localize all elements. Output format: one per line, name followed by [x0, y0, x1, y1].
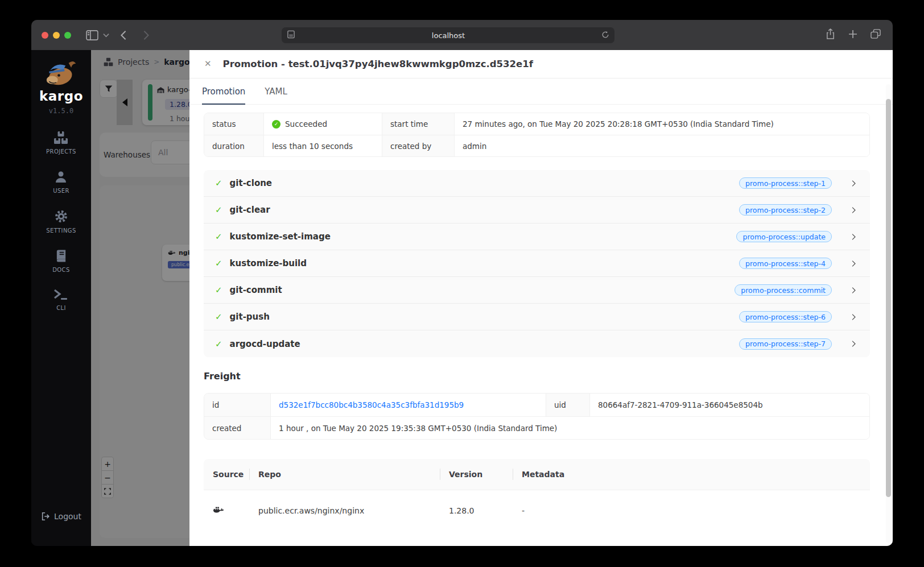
- project-page: Projects > kargo-de kargo-dem 1.28.0 1 h…: [91, 50, 893, 546]
- freight-id-label: id: [204, 394, 270, 416]
- forward-icon[interactable]: [143, 20, 150, 50]
- sidebar-item-projects[interactable]: PROJECTS: [46, 131, 76, 155]
- freight-id-value: d532e1f7bcc80bc4b3580c4a35c3fbfa31d195b9: [270, 394, 546, 416]
- reload-icon[interactable]: [601, 30, 609, 41]
- modal-body: status ✓ Succeeded start time 27 minutes…: [189, 105, 893, 546]
- source-repo: public.ecr.aws/nginx/nginx: [249, 506, 440, 515]
- back-icon[interactable]: [120, 20, 127, 50]
- tab-yaml[interactable]: YAML: [265, 78, 287, 104]
- step-alias-badge: promo-process::step-7: [739, 338, 832, 350]
- check-icon: ✓: [215, 231, 222, 242]
- step-row-argocd-update[interactable]: ✓ argocd-update promo-process::step-7: [204, 330, 870, 357]
- step-row-kustomize-set-image[interactable]: ✓ kustomize-set-image promo-process::upd…: [204, 224, 870, 250]
- check-icon: ✓: [215, 285, 222, 295]
- start-time-label: start time: [382, 113, 454, 135]
- close-icon[interactable]: ✕: [204, 60, 212, 68]
- table-row: public.ecr.aws/nginx/nginx 1.28.0 -: [204, 490, 870, 531]
- freight-created-label: created: [204, 416, 270, 439]
- step-alias-badge: promo-process::step-6: [739, 311, 832, 322]
- app-version: v1.5.0: [49, 107, 73, 115]
- col-source: Source: [204, 459, 249, 490]
- status-label: status: [204, 113, 263, 135]
- chevron-down-icon[interactable]: [103, 20, 109, 50]
- chevron-right-icon[interactable]: [850, 313, 857, 321]
- check-icon: ✓: [215, 312, 222, 322]
- share-icon[interactable]: [826, 28, 835, 42]
- user-icon: [54, 170, 68, 184]
- projects-icon: [53, 131, 68, 144]
- minimize-window-button[interactable]: [53, 32, 60, 39]
- duration-value: less than 10 seconds: [263, 135, 382, 156]
- duration-label: duration: [204, 135, 263, 156]
- check-icon: ✓: [215, 178, 222, 188]
- promotion-modal: ✕ Promotion - test.01jvq37py4jhew8kwwmkg…: [189, 50, 893, 546]
- freight-created-value: 1 hour , on Tue May 20 2025 19:35:38 GMT…: [270, 416, 869, 439]
- tab-promotion[interactable]: Promotion: [202, 78, 245, 104]
- traffic-lights: [42, 32, 71, 39]
- gear-icon: [54, 209, 68, 224]
- check-icon: ✓: [215, 205, 222, 215]
- address-bar[interactable]: localhost: [282, 27, 614, 43]
- start-time-value: 27 minutes ago, on Tue May 20 2025 20:28…: [454, 113, 869, 135]
- browser-titlebar: localhost: [31, 20, 893, 50]
- chevron-right-icon[interactable]: [850, 287, 857, 294]
- freight-uid-value: 80664af7-2821-4709-911a-366045e8504b: [589, 394, 869, 416]
- chevron-right-icon[interactable]: [850, 260, 857, 267]
- fullscreen-window-button[interactable]: [64, 32, 71, 39]
- check-icon: ✓: [215, 339, 222, 349]
- close-window-button[interactable]: [42, 32, 48, 39]
- freight-heading: Freight: [204, 371, 870, 382]
- status-value: ✓ Succeeded: [263, 113, 382, 135]
- step-row-git-commit[interactable]: ✓ git-commit promo-process::commit: [204, 277, 870, 304]
- chevron-right-icon[interactable]: [850, 206, 857, 214]
- freight-id-link[interactable]: d532e1f7bcc80bc4b3580c4a35c3fbfa31d195b9: [279, 400, 464, 409]
- chevron-right-icon[interactable]: [850, 233, 857, 241]
- sidebar-item-user[interactable]: USER: [53, 170, 69, 194]
- freight-uid-label: uid: [546, 394, 589, 416]
- step-row-git-clone[interactable]: ✓ git-clone promo-process::step-1: [204, 170, 870, 197]
- step-alias-badge: promo-process::update: [736, 231, 832, 242]
- check-icon: ✓: [215, 258, 222, 268]
- new-tab-icon[interactable]: [848, 30, 857, 41]
- url-text: localhost: [295, 31, 601, 40]
- reader-icon[interactable]: [287, 30, 295, 41]
- source-version: 1.28.0: [440, 506, 513, 515]
- freight-table: id d532e1f7bcc80bc4b3580c4a35c3fbfa31d19…: [204, 393, 870, 440]
- created-by-label: created by: [382, 135, 454, 156]
- app-sidebar: kargo v1.5.0 PROJECTS USER SETTINGS DOCS: [31, 50, 91, 546]
- step-row-kustomize-build[interactable]: ✓ kustomize-build promo-process::step-4: [204, 250, 870, 277]
- modal-tabs: Promotion YAML: [189, 78, 893, 105]
- promotion-summary-table: status ✓ Succeeded start time 27 minutes…: [204, 113, 870, 157]
- col-repo: Repo: [249, 459, 440, 490]
- logout-button[interactable]: Logout: [31, 512, 91, 521]
- col-version: Version: [440, 459, 513, 490]
- chevron-right-icon[interactable]: [850, 340, 857, 347]
- step-alias-badge: promo-process::commit: [735, 284, 832, 296]
- source-metadata: -: [513, 506, 870, 515]
- browser-window: localhost: [31, 20, 893, 546]
- sidebar-item-settings[interactable]: SETTINGS: [46, 209, 76, 234]
- terminal-icon: [53, 288, 68, 301]
- kargo-wordmark: kargo: [39, 89, 83, 104]
- step-row-git-clear[interactable]: ✓ git-clear promo-process::step-2: [204, 197, 870, 224]
- sidebar-item-docs[interactable]: DOCS: [52, 249, 70, 273]
- tab-overview-icon[interactable]: [871, 29, 881, 41]
- book-icon: [55, 249, 68, 263]
- succeeded-check-icon: ✓: [272, 120, 280, 129]
- freight-sources-table: Source Repo Version Metadata public.ecr.…: [204, 459, 870, 531]
- modal-title: Promotion - test.01jvq37py4jhew8kwwmkgp0…: [223, 59, 533, 69]
- sidebar-item-cli[interactable]: CLI: [53, 288, 68, 311]
- step-alias-badge: promo-process::step-4: [739, 258, 832, 269]
- docker-icon: [213, 506, 224, 514]
- chevron-right-icon[interactable]: [850, 180, 857, 187]
- sidebar-toggle-icon[interactable]: [86, 20, 98, 50]
- kargo-logo: [45, 57, 78, 89]
- promotion-steps-list: ✓ git-clone promo-process::step-1 ✓ git-…: [204, 170, 870, 357]
- created-by-value: admin: [454, 135, 869, 156]
- step-row-git-push[interactable]: ✓ git-push promo-process::step-6: [204, 304, 870, 330]
- step-alias-badge: promo-process::step-1: [739, 177, 832, 189]
- modal-scrollbar-thumb[interactable]: [886, 99, 891, 497]
- logout-icon: [41, 512, 50, 521]
- col-metadata: Metadata: [513, 459, 870, 490]
- step-alias-badge: promo-process::step-2: [739, 204, 832, 216]
